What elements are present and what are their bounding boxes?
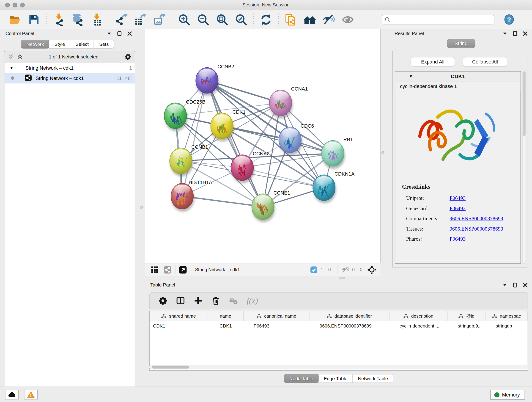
zoom-selected-icon[interactable] — [235, 13, 247, 26]
maximize-panel-icon[interactable] — [512, 282, 518, 288]
tab-style[interactable]: Style — [49, 40, 70, 49]
search-box — [382, 15, 494, 24]
column-type-icon — [256, 313, 261, 319]
expand-all-button[interactable]: Expand All — [411, 57, 455, 66]
gear-icon[interactable] — [124, 53, 131, 60]
float-panel-icon[interactable] — [502, 282, 508, 288]
tab-string[interactable]: String — [447, 39, 475, 48]
column-header-canonical-name[interactable]: canonical name — [244, 311, 310, 321]
column-header-namespac[interactable]: namespac — [486, 311, 527, 321]
crosslink-link-pharos[interactable]: P06493 — [450, 236, 466, 242]
column-header-id[interactable]: @id — [448, 311, 486, 321]
save-session-icon[interactable] — [28, 13, 40, 26]
memory-button[interactable]: Memory — [490, 390, 525, 400]
network-edge[interactable] — [182, 80, 207, 196]
network-row[interactable]: String Network – cdk1 11 48 — [4, 73, 135, 83]
delete-column-icon[interactable] — [211, 296, 220, 305]
network-node-rb1[interactable]: RB1 — [322, 137, 353, 169]
float-panel-icon[interactable] — [107, 31, 112, 36]
network-node-hist1h1a[interactable]: HIST1H1A — [171, 180, 212, 212]
help-icon[interactable]: ? — [504, 14, 514, 25]
table-gear-icon[interactable] — [158, 296, 167, 305]
open-session-icon[interactable] — [9, 13, 21, 26]
crosslink-link-compartments[interactable]: 9606.ENSP00000378699 — [450, 216, 503, 222]
tab-network-table[interactable]: Network Table — [353, 374, 393, 383]
table-cell[interactable]: 9606.ENSP00000378699 — [310, 321, 389, 331]
column-header-database-identifier[interactable]: database identifier — [310, 311, 389, 321]
crosslink-link-genecard[interactable]: P06493 — [450, 205, 466, 211]
selected-checkbox-icon[interactable] — [310, 266, 318, 274]
import-network-file-icon[interactable] — [53, 13, 65, 26]
refresh-icon[interactable] — [260, 13, 272, 26]
table-horizontal-scrollbar[interactable] — [149, 365, 527, 369]
expander-triangle-icon[interactable]: ▼ — [7, 66, 16, 70]
zoom-fit-icon[interactable] — [216, 13, 228, 26]
tab-node-table[interactable]: Node Table — [284, 374, 319, 383]
left-splitter-grip[interactable] — [140, 206, 143, 209]
scrollbar-thumb[interactable] — [523, 71, 526, 136]
warnings-button[interactable] — [24, 390, 38, 400]
splitter-grip[interactable] — [339, 277, 345, 279]
network-node-ccna1[interactable]: CCNA1 — [269, 86, 308, 118]
crosslink-label: Compartments: — [406, 216, 450, 222]
tab-select[interactable]: Select — [70, 40, 94, 49]
table-cell[interactable]: cyclin-dependent ... — [389, 321, 448, 331]
network-node-cdkn1a[interactable]: CDKN1A — [313, 171, 355, 203]
column-header-shared-name[interactable]: shared name — [150, 311, 208, 321]
cloud-button[interactable] — [5, 390, 19, 400]
import-table-icon[interactable] — [90, 13, 103, 26]
maximize-panel-icon[interactable] — [117, 31, 122, 36]
fit-selected-crosshair-icon[interactable] — [367, 265, 376, 274]
network-node-ccnb2[interactable]: CCNB2 — [196, 64, 234, 96]
column-header-description[interactable]: description — [389, 311, 448, 321]
network-canvas[interactable]: CCNB2CCNA1CDC25BCDK1CDC6RB1CCNB1CCNA2CDK… — [145, 29, 381, 263]
table-cell[interactable]: CDK1 — [208, 321, 243, 331]
table-tabs: Node TableEdge TableNetwork Table — [145, 374, 532, 383]
collapse-section-icon[interactable]: ▼ — [409, 74, 413, 79]
crosslink-row: GeneCard:P06493 — [395, 203, 520, 213]
toolbar-separator — [109, 13, 109, 26]
crosslink-link-uniprot[interactable]: P06493 — [450, 195, 466, 201]
zoom-out-icon[interactable] — [197, 13, 209, 26]
collapse-all-icon[interactable] — [8, 54, 14, 60]
table-panel: Table Panel — [145, 280, 532, 387]
table-row[interactable]: CDK1CDK1P064939606.ENSP00000378699cyclin… — [150, 321, 528, 331]
create-column-icon[interactable] — [194, 296, 203, 305]
collapse-all-button[interactable]: Collapse All — [463, 57, 507, 66]
annotations-icon[interactable] — [285, 13, 297, 26]
tab-network[interactable]: Network — [21, 40, 49, 49]
show-eye-icon[interactable] — [342, 13, 354, 26]
scrollbar-thumb[interactable] — [152, 366, 189, 369]
table-cell[interactable]: CDK1 — [150, 321, 208, 331]
search-input[interactable] — [392, 15, 492, 24]
close-panel-icon[interactable] — [127, 31, 133, 36]
network-collection-row[interactable]: ▼ String Network – cdk1 1 — [4, 62, 135, 73]
table-cell[interactable]: P06493 — [243, 321, 309, 331]
show-columns-icon[interactable] — [176, 296, 185, 305]
zoom-in-icon[interactable] — [178, 13, 190, 26]
right-splitter-grip[interactable] — [381, 151, 384, 154]
home-icon[interactable] — [304, 13, 316, 26]
share-network-icon[interactable] — [164, 266, 172, 274]
tab-sets[interactable]: Sets — [94, 40, 114, 49]
export-image-icon[interactable] — [153, 13, 165, 26]
close-panel-icon[interactable] — [523, 282, 528, 288]
crosslink-link-tissues[interactable]: 9606.ENSP00000378699 — [450, 226, 503, 232]
hide-eye-icon[interactable] — [323, 13, 335, 26]
tab-edge-table[interactable]: Edge Table — [318, 374, 353, 383]
birds-eye-view-icon[interactable] — [151, 266, 159, 274]
table-cell[interactable]: stringdb — [486, 321, 527, 331]
table-cell[interactable]: stringdb:9... — [448, 321, 486, 331]
float-panel-icon[interactable] — [502, 31, 508, 36]
export-table-icon[interactable] — [134, 13, 146, 26]
expand-all-icon[interactable] — [17, 54, 23, 60]
results-scrollbar[interactable] — [523, 71, 526, 264]
protein-card-header[interactable]: ▼ CDK1 — [395, 71, 520, 81]
import-network-database-icon[interactable] — [71, 13, 84, 26]
maximize-panel-icon[interactable] — [512, 31, 518, 36]
open-in-window-icon[interactable] — [179, 266, 187, 274]
export-network-icon[interactable] — [115, 13, 127, 26]
network-edge[interactable] — [207, 80, 263, 207]
close-panel-icon[interactable] — [523, 31, 528, 36]
column-header-name[interactable]: name — [208, 311, 243, 321]
